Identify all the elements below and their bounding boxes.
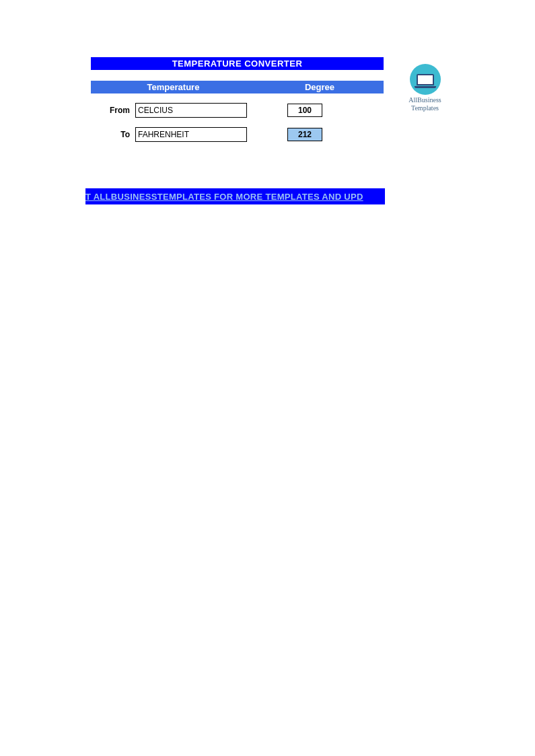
from-value-input[interactable]: 100 <box>287 104 322 117</box>
header-temperature: Temperature <box>91 82 256 92</box>
footer-bar: T ALLBUSINESSTEMPLATES FOR MORE TEMPLATE… <box>85 188 385 204</box>
title-bar: TEMPERATURE CONVERTER <box>91 57 384 70</box>
converter-panel: TEMPERATURE CONVERTER Temperature Degree… <box>91 57 384 142</box>
to-unit-text: FAHRENHEIT <box>138 130 189 139</box>
from-row: From CELCIUS 100 <box>91 103 384 118</box>
footer-link[interactable]: T ALLBUSINESSTEMPLATES FOR MORE TEMPLATE… <box>85 192 363 202</box>
header-degree: Degree <box>256 82 384 92</box>
to-value-text: 212 <box>298 130 312 139</box>
logo-text: AllBusiness Templates <box>400 96 450 112</box>
to-row: To FAHRENHEIT 212 <box>91 127 384 142</box>
logo-icon <box>410 64 441 95</box>
from-unit-text: CELCIUS <box>138 106 173 115</box>
to-value-output: 212 <box>287 128 322 141</box>
from-unit-input[interactable]: CELCIUS <box>135 103 247 118</box>
logo-line2: Templates <box>411 104 439 112</box>
header-row: Temperature Degree <box>91 81 384 93</box>
to-unit-input[interactable]: FAHRENHEIT <box>135 127 247 142</box>
to-label: To <box>91 130 135 139</box>
from-value-text: 100 <box>298 106 312 115</box>
from-label: From <box>91 106 135 115</box>
logo-area[interactable]: AllBusiness Templates <box>400 64 450 112</box>
logo-line1: AllBusiness <box>408 96 441 104</box>
